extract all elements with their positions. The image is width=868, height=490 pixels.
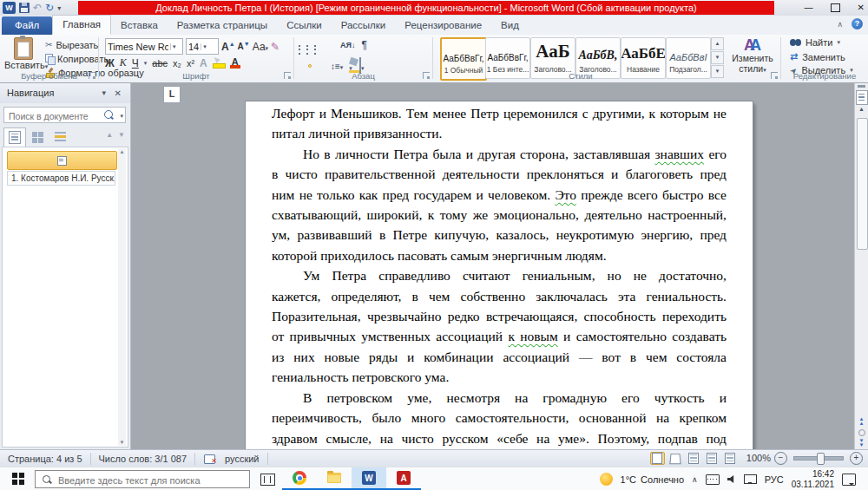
nav-tab-pages[interactable] xyxy=(26,127,49,147)
document-line[interactable]: от привычных умственных ассоциаций к нов… xyxy=(272,326,727,346)
font-dialog-launcher[interactable] xyxy=(284,72,291,79)
ribbon-tab-разметка-страницы[interactable]: Разметка страницы xyxy=(168,16,277,35)
clear-formatting-icon[interactable]: ✎ xyxy=(271,41,279,53)
previous-page-button[interactable]: ▲▲ xyxy=(855,417,868,426)
save-icon[interactable] xyxy=(19,3,30,13)
taskbar-app-word[interactable]: W xyxy=(352,467,386,488)
document-line[interactable]: В петровском уме, несмотря на громадную … xyxy=(272,388,727,408)
taskbar-search-box[interactable] xyxy=(35,470,250,488)
nav-tab-results[interactable] xyxy=(49,127,71,147)
web-layout-view-button[interactable] xyxy=(687,452,701,465)
document-line[interactable]: гениальность петровского ума. xyxy=(272,367,727,387)
document-line[interactable]: Ум Петра справедливо считают гениальным,… xyxy=(272,265,727,285)
superscript-button[interactable]: x² xyxy=(187,58,194,69)
nav-heading-placeholder[interactable] xyxy=(7,151,117,170)
document-line[interactable]: здравом смысле, на чисто русском «себе н… xyxy=(272,428,727,448)
clock[interactable]: 16:42 03.11.2021 xyxy=(792,469,834,490)
change-case-button[interactable]: Аа▾ xyxy=(253,41,268,53)
action-center-icon[interactable] xyxy=(842,474,856,486)
previous-heading-icon[interactable]: ▲ xyxy=(106,131,113,139)
justify-button[interactable] xyxy=(324,65,326,67)
ribbon-tab-главная[interactable]: Главная xyxy=(52,15,111,35)
highlight-color-button[interactable] xyxy=(213,57,225,69)
align-center-button[interactable] xyxy=(308,64,312,68)
styles-dialog-launcher[interactable] xyxy=(771,72,778,79)
scroll-up-icon[interactable]: ▲ xyxy=(855,106,868,112)
document-line[interactable]: из них новые ряды и комбинации ассоциаци… xyxy=(272,347,727,367)
undo-icon[interactable]: ↶ xyxy=(33,3,42,13)
maximize-icon[interactable] xyxy=(831,3,840,12)
font-color-button[interactable]: А xyxy=(230,57,240,69)
bold-button[interactable]: Ж xyxy=(105,57,115,69)
nav-tab-headings[interactable] xyxy=(3,127,26,147)
navigation-close-icon[interactable]: ✕ xyxy=(115,83,122,103)
word-logo-icon[interactable]: W xyxy=(3,2,16,14)
zoom-in-button[interactable]: + xyxy=(850,452,863,465)
underline-button[interactable]: Ч xyxy=(132,57,139,69)
navigation-search-input[interactable] xyxy=(7,108,102,123)
document-scrollbar[interactable]: ▲ ▲▲ ▼▼ xyxy=(854,83,868,449)
grow-font-button[interactable]: А▲ xyxy=(221,41,235,53)
next-page-button[interactable]: ▼▼ xyxy=(855,439,868,448)
document-line[interactable]: которой приходилось пасовать самым энерг… xyxy=(272,245,727,265)
text-effects-button[interactable]: А xyxy=(200,57,207,69)
ribbon-tab-рецензирование[interactable]: Рецензирование xyxy=(395,16,491,35)
document-line[interactable]: Лефорт и Меньшиков. Тем менее Петр церем… xyxy=(272,103,727,123)
document-line[interactable]: Поразительная, чрезвычайно редко встреча… xyxy=(272,306,727,326)
subscript-button[interactable]: x₂ xyxy=(173,58,181,69)
minimize-icon[interactable]: — xyxy=(805,3,813,12)
ribbon-tab-вид[interactable]: Вид xyxy=(491,16,529,35)
ribbon-tab-рассылки[interactable]: Рассылки xyxy=(332,16,396,35)
underline-dropdown-icon[interactable]: ▾ xyxy=(144,60,148,67)
find-button[interactable]: Найти▾ xyxy=(790,37,840,48)
touch-keyboard-icon[interactable] xyxy=(706,474,720,485)
task-view-icon[interactable] xyxy=(260,474,275,486)
input-language[interactable]: РУС xyxy=(765,474,784,485)
navigation-search-box[interactable]: ▾ xyxy=(3,107,126,123)
decrease-indent-button[interactable] xyxy=(325,44,326,46)
increase-indent-button[interactable] xyxy=(332,44,334,46)
taskbar-app-acrobat[interactable]: A xyxy=(386,467,421,488)
paragraph-dialog-launcher[interactable] xyxy=(423,72,430,79)
word-count[interactable]: Число слов: 3/1 087 xyxy=(91,454,195,464)
zoom-slider[interactable] xyxy=(793,456,844,461)
ribbon-tab-файл[interactable]: Файл xyxy=(2,16,52,35)
ribbon-tab-ссылки[interactable]: Ссылки xyxy=(277,16,332,35)
help-icon[interactable]: ? xyxy=(852,18,863,29)
network-icon[interactable] xyxy=(744,474,757,484)
document-line[interactable]: в чисто правительственной деятельности п… xyxy=(272,164,727,184)
italic-button[interactable]: К xyxy=(120,56,127,69)
taskbar-app-explorer[interactable] xyxy=(317,467,352,488)
document-line[interactable]: ум, развивавший в Петре кипучую, казалос… xyxy=(272,225,727,245)
zoom-out-button[interactable]: − xyxy=(774,452,787,465)
multilevel-list-button[interactable] xyxy=(317,44,319,46)
replace-button[interactable]: ⇄ Заменить xyxy=(790,51,845,62)
document-line[interactable]: Но в личности Петра была и другая сторон… xyxy=(272,144,727,164)
strikethrough-button[interactable]: abc xyxy=(152,58,168,69)
numbering-button[interactable] xyxy=(309,44,311,46)
shrink-font-button[interactable]: А▼ xyxy=(238,41,250,51)
document-line[interactable]: ним не только как пред государем и челов… xyxy=(272,185,727,205)
line-spacing-button[interactable]: ↕≡▾ xyxy=(331,62,343,71)
clipboard-dialog-launcher[interactable] xyxy=(89,72,95,79)
document-line[interactable]: схватывающий, широкий, к тому же эмоцион… xyxy=(272,205,727,225)
document-line[interactable]: кажется, определяют, в чем собственно за… xyxy=(272,286,727,306)
language-indicator[interactable]: русский xyxy=(217,454,266,464)
outline-view-button[interactable] xyxy=(705,452,720,465)
document-line[interactable]: питал личной привязанности. xyxy=(272,123,727,143)
taskbar-search-input[interactable] xyxy=(56,473,247,487)
tray-expand-icon[interactable]: ∧ xyxy=(692,475,698,484)
volume-icon[interactable] xyxy=(727,475,736,484)
draft-view-button[interactable] xyxy=(723,452,738,465)
zoom-slider-thumb[interactable] xyxy=(817,453,825,465)
ribbon-tab-вставка[interactable]: Вставка xyxy=(111,16,168,35)
select-browse-object-button[interactable] xyxy=(858,429,865,436)
zoom-level[interactable]: 100% xyxy=(746,453,771,463)
bullets-button[interactable] xyxy=(301,44,303,46)
scrollbar-thumb[interactable] xyxy=(857,118,868,250)
weather-sun-icon[interactable] xyxy=(600,473,613,486)
gallery-down-icon[interactable]: ▼ xyxy=(711,51,724,64)
font-size-combo[interactable]: 14▾ xyxy=(186,38,219,55)
ruler-toggle-button[interactable] xyxy=(856,90,868,105)
reading-view-button[interactable] xyxy=(668,452,683,465)
